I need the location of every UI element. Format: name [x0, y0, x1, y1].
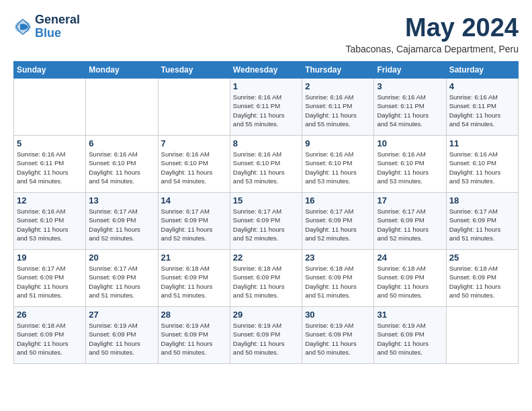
- calendar-cell: 28Sunrise: 6:19 AM Sunset: 6:09 PM Dayli…: [158, 307, 230, 364]
- weekday-header: Thursday: [302, 62, 374, 79]
- day-info: Sunrise: 6:18 AM Sunset: 6:09 PM Dayligh…: [233, 264, 299, 300]
- calendar-header-row: SundayMondayTuesdayWednesdayThursdayFrid…: [14, 62, 519, 79]
- calendar-week-row: 26Sunrise: 6:18 AM Sunset: 6:09 PM Dayli…: [14, 307, 519, 364]
- day-info: Sunrise: 6:16 AM Sunset: 6:11 PM Dayligh…: [377, 93, 443, 128]
- location: Tabaconas, Cajamarca Department, Peru: [345, 44, 519, 54]
- calendar-cell: 23Sunrise: 6:18 AM Sunset: 6:09 PM Dayli…: [302, 250, 374, 307]
- day-info: Sunrise: 6:16 AM Sunset: 6:10 PM Dayligh…: [89, 150, 154, 185]
- day-number: 1: [233, 81, 299, 91]
- weekday-header: Wednesday: [230, 62, 302, 79]
- day-number: 7: [161, 138, 227, 148]
- day-number: 8: [233, 138, 299, 148]
- day-number: 27: [89, 310, 154, 320]
- month-year: May 2024: [345, 13, 519, 42]
- day-info: Sunrise: 6:16 AM Sunset: 6:10 PM Dayligh…: [161, 150, 227, 185]
- calendar-cell: 19Sunrise: 6:17 AM Sunset: 6:09 PM Dayli…: [14, 250, 86, 307]
- day-number: 15: [233, 195, 299, 205]
- logo-line1: General: [35, 13, 80, 27]
- calendar-cell: 6Sunrise: 6:16 AM Sunset: 6:10 PM Daylig…: [86, 136, 158, 193]
- calendar-cell: 31Sunrise: 6:19 AM Sunset: 6:09 PM Dayli…: [374, 307, 446, 364]
- logo-text: General Blue: [35, 13, 80, 40]
- day-info: Sunrise: 6:19 AM Sunset: 6:09 PM Dayligh…: [377, 321, 443, 357]
- calendar-cell: 14Sunrise: 6:17 AM Sunset: 6:09 PM Dayli…: [158, 193, 230, 250]
- day-number: 31: [377, 310, 443, 320]
- day-number: 22: [233, 253, 299, 263]
- day-info: Sunrise: 6:16 AM Sunset: 6:11 PM Dayligh…: [17, 150, 83, 185]
- weekday-header: Saturday: [446, 62, 518, 79]
- day-number: 2: [305, 81, 371, 91]
- day-number: 10: [377, 138, 443, 148]
- day-number: 16: [305, 195, 371, 205]
- day-info: Sunrise: 6:18 AM Sunset: 6:09 PM Dayligh…: [377, 264, 443, 300]
- day-info: Sunrise: 6:18 AM Sunset: 6:09 PM Dayligh…: [161, 264, 227, 300]
- day-number: 20: [89, 253, 154, 263]
- day-number: 25: [449, 253, 515, 263]
- calendar-week-row: 1Sunrise: 6:16 AM Sunset: 6:11 PM Daylig…: [14, 79, 519, 136]
- day-number: 19: [17, 253, 83, 263]
- day-info: Sunrise: 6:16 AM Sunset: 6:10 PM Dayligh…: [305, 150, 371, 185]
- title-block: May 2024 Tabaconas, Cajamarca Department…: [345, 13, 519, 54]
- day-number: 24: [377, 253, 443, 263]
- calendar-cell: 4Sunrise: 6:16 AM Sunset: 6:11 PM Daylig…: [446, 79, 518, 136]
- calendar-cell: 7Sunrise: 6:16 AM Sunset: 6:10 PM Daylig…: [158, 136, 230, 193]
- calendar-cell: 13Sunrise: 6:17 AM Sunset: 6:09 PM Dayli…: [86, 193, 158, 250]
- calendar-week-row: 19Sunrise: 6:17 AM Sunset: 6:09 PM Dayli…: [14, 250, 519, 307]
- calendar-cell: 29Sunrise: 6:19 AM Sunset: 6:09 PM Dayli…: [230, 307, 302, 364]
- calendar-cell: 25Sunrise: 6:18 AM Sunset: 6:09 PM Dayli…: [446, 250, 518, 307]
- calendar-cell: [86, 79, 158, 136]
- day-info: Sunrise: 6:17 AM Sunset: 6:09 PM Dayligh…: [89, 207, 154, 242]
- weekday-header: Sunday: [14, 62, 86, 79]
- day-number: 6: [89, 138, 154, 148]
- day-number: 29: [233, 310, 299, 320]
- calendar-cell: 2Sunrise: 6:16 AM Sunset: 6:11 PM Daylig…: [302, 79, 374, 136]
- calendar-cell: 12Sunrise: 6:16 AM Sunset: 6:10 PM Dayli…: [14, 193, 86, 250]
- logo-line2: Blue: [35, 27, 80, 40]
- weekday-header: Friday: [374, 62, 446, 79]
- day-number: 11: [449, 138, 515, 148]
- calendar-cell: 22Sunrise: 6:18 AM Sunset: 6:09 PM Dayli…: [230, 250, 302, 307]
- calendar-cell: 24Sunrise: 6:18 AM Sunset: 6:09 PM Dayli…: [374, 250, 446, 307]
- day-number: 14: [161, 195, 227, 205]
- calendar-body: 1Sunrise: 6:16 AM Sunset: 6:11 PM Daylig…: [14, 79, 519, 364]
- day-info: Sunrise: 6:19 AM Sunset: 6:09 PM Dayligh…: [161, 321, 227, 357]
- day-number: 4: [449, 81, 515, 91]
- calendar-cell: 17Sunrise: 6:17 AM Sunset: 6:09 PM Dayli…: [374, 193, 446, 250]
- calendar-week-row: 12Sunrise: 6:16 AM Sunset: 6:10 PM Dayli…: [14, 193, 519, 250]
- calendar-cell: 15Sunrise: 6:17 AM Sunset: 6:09 PM Dayli…: [230, 193, 302, 250]
- day-number: 12: [17, 195, 83, 205]
- day-number: 9: [305, 138, 371, 148]
- day-info: Sunrise: 6:18 AM Sunset: 6:09 PM Dayligh…: [305, 264, 371, 300]
- calendar-cell: 9Sunrise: 6:16 AM Sunset: 6:10 PM Daylig…: [302, 136, 374, 193]
- day-info: Sunrise: 6:17 AM Sunset: 6:09 PM Dayligh…: [89, 264, 154, 300]
- calendar-cell: 3Sunrise: 6:16 AM Sunset: 6:11 PM Daylig…: [374, 79, 446, 136]
- logo: General Blue: [13, 13, 80, 40]
- day-info: Sunrise: 6:17 AM Sunset: 6:09 PM Dayligh…: [161, 207, 227, 242]
- day-number: 28: [161, 310, 227, 320]
- day-info: Sunrise: 6:16 AM Sunset: 6:10 PM Dayligh…: [377, 150, 443, 185]
- day-number: 13: [89, 195, 154, 205]
- calendar-cell: 20Sunrise: 6:17 AM Sunset: 6:09 PM Dayli…: [86, 250, 158, 307]
- day-info: Sunrise: 6:17 AM Sunset: 6:09 PM Dayligh…: [377, 207, 443, 242]
- weekday-header: Tuesday: [158, 62, 230, 79]
- calendar-cell: 1Sunrise: 6:16 AM Sunset: 6:11 PM Daylig…: [230, 79, 302, 136]
- day-number: 30: [305, 310, 371, 320]
- calendar-cell: 21Sunrise: 6:18 AM Sunset: 6:09 PM Dayli…: [158, 250, 230, 307]
- day-info: Sunrise: 6:16 AM Sunset: 6:11 PM Dayligh…: [449, 93, 515, 128]
- calendar-cell: [14, 79, 86, 136]
- calendar-cell: 8Sunrise: 6:16 AM Sunset: 6:10 PM Daylig…: [230, 136, 302, 193]
- day-info: Sunrise: 6:19 AM Sunset: 6:09 PM Dayligh…: [89, 321, 154, 357]
- day-info: Sunrise: 6:19 AM Sunset: 6:09 PM Dayligh…: [305, 321, 371, 357]
- day-info: Sunrise: 6:18 AM Sunset: 6:09 PM Dayligh…: [449, 264, 515, 300]
- day-number: 21: [161, 253, 227, 263]
- calendar-table: SundayMondayTuesdayWednesdayThursdayFrid…: [13, 61, 519, 364]
- day-number: 26: [17, 310, 83, 320]
- calendar-cell: 5Sunrise: 6:16 AM Sunset: 6:11 PM Daylig…: [14, 136, 86, 193]
- calendar-cell: 10Sunrise: 6:16 AM Sunset: 6:10 PM Dayli…: [374, 136, 446, 193]
- calendar-cell: 26Sunrise: 6:18 AM Sunset: 6:09 PM Dayli…: [14, 307, 86, 364]
- page-header: General Blue May 2024 Tabaconas, Cajamar…: [13, 13, 519, 54]
- day-info: Sunrise: 6:16 AM Sunset: 6:10 PM Dayligh…: [17, 207, 83, 242]
- day-number: 18: [449, 195, 515, 205]
- day-info: Sunrise: 6:17 AM Sunset: 6:09 PM Dayligh…: [305, 207, 371, 242]
- day-info: Sunrise: 6:17 AM Sunset: 6:09 PM Dayligh…: [233, 207, 299, 242]
- day-info: Sunrise: 6:16 AM Sunset: 6:11 PM Dayligh…: [305, 93, 371, 128]
